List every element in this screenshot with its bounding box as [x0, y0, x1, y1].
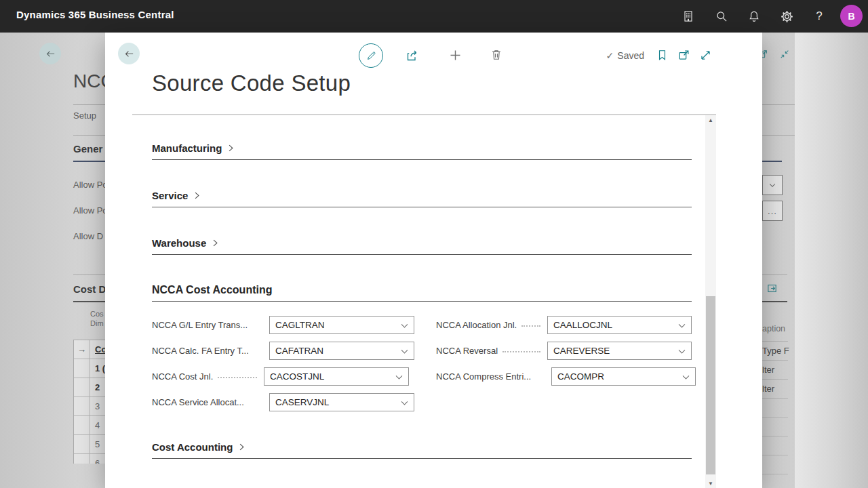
bg-field-label: Allow Po	[73, 180, 108, 190]
bg-divider	[762, 417, 788, 418]
fasttab-manufacturing[interactable]: Manufacturing	[152, 142, 692, 160]
company-icon[interactable]	[680, 8, 696, 24]
help-icon[interactable]: ?	[811, 8, 827, 24]
bg-collapse-icon[interactable]	[779, 49, 790, 60]
edit-pencil-button[interactable]	[359, 43, 383, 68]
field-row: NCCA Calc. FA Entry T... CAFATRAN	[152, 342, 409, 360]
fasttab-cost-accounting[interactable]: Cost Accounting	[152, 441, 692, 459]
screen: Dynamics 365 Business Central	[0, 0, 868, 488]
bg-table-row[interactable]: 6	[74, 454, 107, 464]
bg-divider	[762, 104, 795, 105]
field-label: NCCA Cost Jnl.	[152, 371, 213, 382]
field-row: NCCA Reversal CAREVERSE	[436, 342, 692, 360]
combobox-ncca-compress[interactable]: CACOMPR	[551, 367, 696, 386]
app-title[interactable]: Dynamics 365 Business Central	[16, 9, 174, 20]
field-label: NCCA Calc. FA Entry T...	[152, 346, 258, 356]
bg-right-cell: lter	[762, 365, 774, 375]
bg-section-cost[interactable]: Cost D	[73, 283, 106, 295]
dotted-leader	[502, 351, 540, 352]
chevron-down-icon[interactable]	[400, 321, 409, 330]
bg-field-label: Allow Po	[73, 205, 108, 216]
fasttab-label: Service	[152, 190, 188, 201]
bg-divider	[762, 135, 795, 136]
field-row: NCCA Cost Jnl. CACOSTJNL	[152, 367, 409, 386]
bookmark-button[interactable]	[654, 47, 670, 63]
bg-right-cell: Type F	[762, 346, 789, 356]
row-marker-icon: →	[74, 340, 90, 359]
chevron-down-icon[interactable]	[395, 373, 403, 382]
bg-assist-edit-fragment[interactable]: ...	[762, 201, 783, 221]
bg-section-underline	[73, 301, 105, 302]
field-value: CACOSTJNL	[270, 371, 324, 382]
fasttab-service[interactable]: Service	[152, 190, 692, 207]
scroll-up-arrow[interactable]: ▲	[705, 115, 716, 125]
expand-button[interactable]	[697, 47, 713, 63]
field-label: NCCA Reversal	[436, 346, 498, 356]
field-value: CAFATRAN	[275, 346, 323, 356]
row-selector	[74, 454, 90, 464]
scroll-down-arrow[interactable]: ▼	[705, 479, 716, 488]
scrollbar-thumb[interactable]	[706, 296, 715, 474]
bg-divider	[762, 379, 788, 380]
fasttab-label: Cost Accounting	[152, 441, 233, 453]
chevron-right-icon	[226, 144, 235, 152]
bg-right-header: aption	[762, 324, 785, 333]
bg-divider	[762, 455, 788, 455]
bg-section-general[interactable]: Gener	[73, 143, 102, 155]
new-plus-button[interactable]	[447, 47, 463, 63]
chevron-down-icon[interactable]	[677, 347, 686, 356]
dotted-leader	[521, 325, 540, 327]
bg-divider	[73, 274, 105, 275]
bg-table-row[interactable]: 2	[74, 378, 107, 397]
row-selector	[74, 378, 90, 396]
saved-label: Saved	[617, 50, 644, 61]
bg-section-underline	[762, 161, 782, 162]
bg-tab-setup[interactable]: Setup	[73, 110, 96, 121]
combobox-ncca-gl-entry[interactable]: CAGLTRAN	[269, 316, 414, 334]
bg-divider	[762, 398, 788, 399]
dotted-leader	[218, 377, 257, 378]
combobox-ncca-service-alloc[interactable]: CASERVJNL	[269, 393, 414, 411]
bg-divider	[73, 135, 105, 136]
fasttab-label: Manufacturing	[152, 142, 222, 154]
chevron-down-icon[interactable]	[400, 347, 409, 356]
share-button[interactable]	[404, 47, 420, 63]
chevron-down-icon[interactable]	[677, 321, 686, 330]
delete-trash-button[interactable]	[488, 47, 505, 63]
save-status: ✓Saved	[580, 50, 644, 61]
back-button[interactable]	[118, 43, 140, 64]
bg-col-label: Dim	[90, 319, 104, 327]
search-icon[interactable]	[713, 8, 730, 24]
avatar[interactable]: B	[840, 5, 863, 27]
bg-table-row[interactable]: 4	[74, 416, 107, 435]
page-title: Source Code Setup	[152, 70, 351, 96]
chevron-down-icon[interactable]	[682, 373, 690, 382]
chevron-down-icon[interactable]	[400, 399, 409, 407]
bg-dropdown-fragment[interactable]	[762, 175, 783, 195]
bg-divider	[762, 474, 788, 474]
bg-table-row[interactable]: 1 (	[74, 359, 107, 378]
combobox-ncca-calc-fa[interactable]: CAFATRAN	[269, 342, 414, 360]
field-value: CACOMPR	[557, 371, 604, 382]
bg-table-row[interactable]: 5	[74, 435, 107, 454]
fasttab-warehouse[interactable]: Warehouse	[152, 237, 692, 255]
combobox-ncca-cost-jnl[interactable]: CACOSTJNL	[264, 367, 409, 386]
bg-share-box-icon[interactable]	[766, 283, 778, 294]
combobox-ncca-allocation-jnl[interactable]: CAALLOCJNL	[547, 316, 692, 334]
bg-section-underline	[762, 301, 787, 302]
settings-gear-icon[interactable]	[778, 8, 795, 24]
combobox-ncca-reversal[interactable]: CAREVERSE	[547, 342, 692, 360]
bg-table-row[interactable]: 3	[74, 397, 107, 416]
bg-back-button[interactable]	[39, 43, 61, 64]
field-label: NCCA Service Allocat...	[152, 397, 258, 407]
field-value: CAGLTRAN	[275, 320, 325, 330]
bg-right-cell: lter	[762, 384, 774, 394]
scrollbar[interactable]: ▲ ▼	[705, 115, 716, 488]
notifications-bell-icon[interactable]	[746, 8, 762, 24]
chevron-right-icon	[237, 443, 246, 451]
field-label: NCCA G/L Entry Trans...	[152, 320, 258, 330]
open-in-window-button[interactable]	[675, 47, 692, 63]
field-row: NCCA G/L Entry Trans... CAGLTRAN	[152, 316, 409, 334]
bg-table-fragment: → Co 1 ( 2 3 4 5	[73, 340, 107, 464]
section-ncca-cost-accounting[interactable]: NCCA Cost Accounting	[152, 284, 692, 302]
